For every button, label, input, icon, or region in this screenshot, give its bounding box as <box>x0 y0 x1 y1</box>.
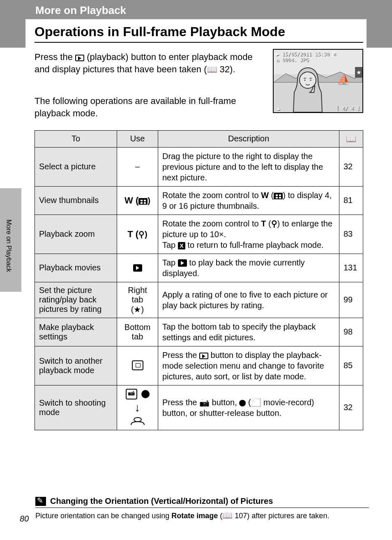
txt: ( <box>269 191 274 200</box>
cell-desc: Drag the picture to the right to display… <box>158 147 339 186</box>
magnify-icon: ⚲ <box>271 219 277 228</box>
cell-to: Playback zoom <box>35 215 117 254</box>
cell-desc: Tap to play back the movie currently dis… <box>158 254 339 282</box>
cell-page: 98 <box>339 318 363 346</box>
pencil-note-icon <box>35 497 46 506</box>
txt: Tap <box>162 240 178 249</box>
preview-star-tab: ★ <box>355 67 362 78</box>
cell-page: 131 <box>339 254 363 282</box>
txt: Right tab <box>128 286 147 304</box>
cell-use <box>117 254 158 282</box>
cell-page: 85 <box>339 346 363 385</box>
txt: Press the <box>162 398 199 407</box>
cell-page: 99 <box>339 282 363 318</box>
col-page: 📖 <box>339 130 363 147</box>
intro-paragraph-2: The following operations are available i… <box>35 95 256 119</box>
play-movie-icon <box>133 264 142 272</box>
cell-desc: Press the 📷 button, (🎦 movie-record) but… <box>158 385 339 430</box>
preview-date: 15/05/2011 15:30 <box>282 51 330 57</box>
cell-desc: Rotate the zoom control to W () to displ… <box>158 186 339 215</box>
table-row: Playback zoom T (⚲) Rotate the zoom cont… <box>35 215 363 254</box>
cell-use: T (⚲) <box>117 215 158 254</box>
table-row: Set the picture rating/play back picture… <box>35 282 363 318</box>
cell-to: View thumbnails <box>35 186 117 215</box>
shutter-icon <box>129 416 146 427</box>
table-row: Switch to shooting mode ↓ Press the <box>35 385 363 430</box>
txt: Press the <box>35 52 75 62</box>
page-title: Operations in Full-frame Playback Mode <box>35 24 363 43</box>
svg-point-1 <box>304 80 306 81</box>
play-movie-icon <box>178 259 187 267</box>
cell-desc: Apply a rating of one to five to each pi… <box>158 282 339 318</box>
w-bold: W <box>261 191 269 200</box>
cell-use <box>117 346 158 385</box>
table-row: Switch to another playback mode Press th… <box>35 346 363 385</box>
record-dot-icon <box>239 400 246 406</box>
cell-use: – <box>117 147 158 186</box>
table-row: View thumbnails W () Rotate the zoom con… <box>35 186 363 215</box>
preview-info-top: ▶ 15/05/2011 15:30 M ⌂ 0004. JPG <box>276 51 337 63</box>
thumbnail-icon <box>138 198 148 205</box>
col-use: Use <box>117 130 158 147</box>
paren: ) <box>145 230 148 239</box>
thumbnail-icon <box>274 193 283 199</box>
note-section: Changing the Orientation (Vertical/Horiz… <box>35 496 369 520</box>
preview-subject <box>285 64 330 112</box>
content-panel: Operations in Full-frame Playback Mode P… <box>25 19 367 434</box>
svg-point-0 <box>300 72 316 88</box>
t-bold: T <box>261 219 266 228</box>
note-header: Changing the Orientation (Vertical/Horiz… <box>35 496 369 508</box>
operations-table: To Use Description 📖 Select a picture – … <box>35 130 363 430</box>
cell-desc: Rotate the zoom control to T (⚲) to enla… <box>158 215 339 254</box>
txt: Bottom <box>125 323 150 332</box>
cell-to: Make playback settings <box>35 318 117 346</box>
col-to: To <box>35 130 117 147</box>
t-label: T ( <box>127 229 138 239</box>
cell-desc: Press the button to display the playback… <box>158 346 339 385</box>
magnify-icon: ⚲ <box>138 230 145 239</box>
cell-use: Right tab(★) <box>117 282 158 318</box>
playback-icon <box>75 55 84 61</box>
close-x-icon: X <box>178 242 185 249</box>
txt: (★) <box>131 305 144 314</box>
txt: 32). <box>217 64 235 74</box>
table-head: To Use Description 📖 <box>35 130 363 147</box>
cell-use: W () <box>117 186 158 215</box>
svg-point-2 <box>310 80 311 81</box>
record-dot-icon <box>141 390 150 398</box>
manual-page: More on Playback More on Playback Operat… <box>0 0 392 540</box>
preview-file: 0004. JPG <box>282 57 309 63</box>
page-number: 80 <box>20 514 29 524</box>
movie-record-icon: 🎦 <box>251 398 261 407</box>
txt: 107) after pictures are taken. <box>233 512 329 520</box>
cell-page: 83 <box>339 215 363 254</box>
txt: to return to full-frame playback mode. <box>185 240 324 249</box>
preview-counter: [ 4/ 4 ] <box>336 106 360 111</box>
cell-to: Switch to shooting mode <box>35 385 117 430</box>
lcd-preview: ▶ 15/05/2011 15:30 M ⌂ 0004. JPG ★ ⛵ ▲ [… <box>273 49 363 113</box>
arrow-down-icon: ↓ <box>135 401 141 414</box>
camera-button-icon <box>126 389 137 399</box>
book-icon: 📖 <box>222 511 233 520</box>
sidebar-label: More on Playback <box>5 219 12 272</box>
camera-icon: 📷 <box>199 398 210 407</box>
txt: ( <box>246 398 251 407</box>
txt: ( <box>218 512 222 520</box>
preview-boat: ⛵ <box>337 74 350 86</box>
svg-point-3 <box>134 418 141 422</box>
shooting-icons: ↓ <box>119 389 156 427</box>
cell-page: 32 <box>339 147 363 186</box>
cell-page: 32 <box>339 385 363 430</box>
txt: tab <box>132 332 143 341</box>
counter: 4/ 4 <box>342 106 354 111</box>
cell-page: 81 <box>339 186 363 215</box>
txt: Press the <box>162 351 199 360</box>
table-row: Select a picture – Drag the picture to t… <box>35 147 363 186</box>
playback-icon <box>199 353 208 359</box>
cell-to: Set the picture rating/play back picture… <box>35 282 117 318</box>
book-icon: 📖 <box>207 65 217 74</box>
txt: button, <box>210 398 239 407</box>
txt: ( <box>266 219 271 228</box>
note-title: Changing the Orientation (Vertical/Horiz… <box>50 496 273 506</box>
txt: Rotate the zoom control to <box>162 219 261 228</box>
